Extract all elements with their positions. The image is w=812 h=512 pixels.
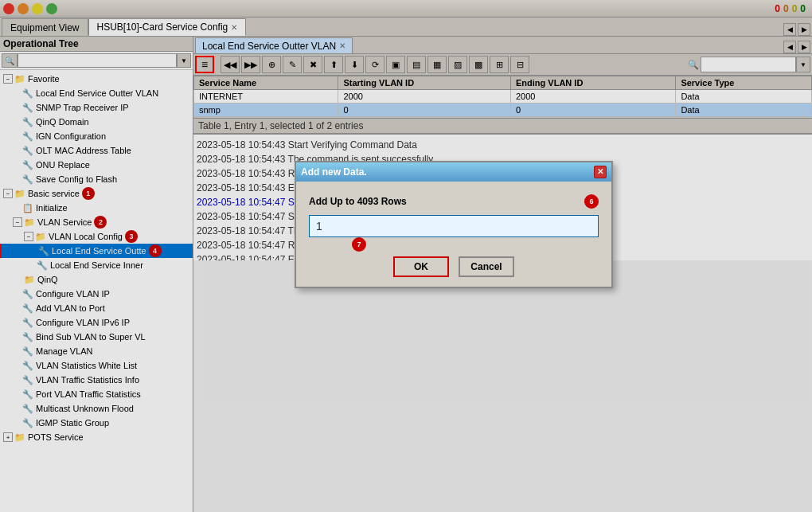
ok-label: OK bbox=[414, 261, 428, 272]
dialog-label-text: Add Up to 4093 Rows bbox=[309, 196, 407, 207]
dialog-input[interactable] bbox=[309, 215, 599, 237]
dialog-footer: OK Cancel bbox=[296, 250, 611, 287]
dialog-body: Add Up to 4093 Rows 6 bbox=[296, 182, 611, 250]
dialog-close-button[interactable]: ✕ bbox=[594, 166, 607, 178]
dialog-cancel-button[interactable]: Cancel bbox=[459, 256, 514, 277]
badge-7: 7 bbox=[352, 237, 366, 252]
cancel-label: Cancel bbox=[470, 261, 502, 272]
dialog-overlay: Add new Data. ✕ Add Up to 4093 Rows 6 OK… bbox=[0, 0, 812, 512]
dialog-title-bar: Add new Data. ✕ bbox=[296, 162, 611, 182]
dialog-title: Add new Data. bbox=[301, 166, 367, 178]
badge-6: 6 bbox=[584, 194, 599, 209]
add-data-dialog: Add new Data. ✕ Add Up to 4093 Rows 6 OK… bbox=[295, 161, 613, 288]
dialog-label: Add Up to 4093 Rows 6 bbox=[309, 194, 599, 209]
dialog-ok-button[interactable]: OK bbox=[393, 256, 449, 277]
